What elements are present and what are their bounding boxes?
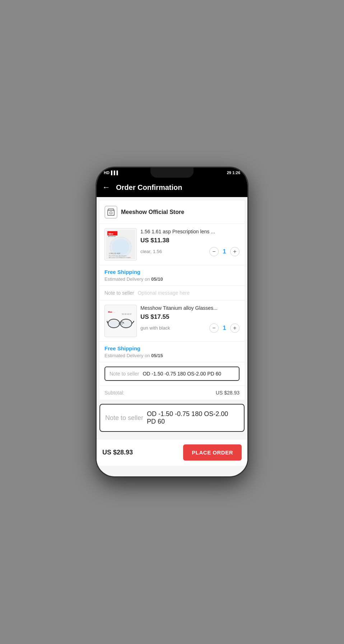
- product-item-1: Mee MEESHOW 1.56/1.61 ASP Anti-Reflectiv…: [99, 224, 245, 265]
- store-name: Meeshow Official Store: [121, 209, 184, 215]
- product-variant-row-1: clear, 1.56 − 1 +: [140, 247, 240, 256]
- footer-total: US $28.93: [102, 449, 133, 456]
- qty-control-1: − 1 +: [209, 247, 240, 256]
- bottom-note-label: Note to seller: [105, 414, 143, 422]
- delivery-text-1: Estimated Delivery on 05/10: [104, 276, 240, 282]
- store-header: Meeshow Official Store: [99, 201, 245, 224]
- delivery-date-2: 05/15: [151, 353, 163, 358]
- svg-point-17: [121, 323, 123, 325]
- product-info-1: 1.56 1.61 asp Prescription lens ... US $…: [140, 228, 240, 256]
- svg-text:......: ......: [112, 311, 115, 313]
- variant-text-1: clear, 1.56: [140, 249, 162, 254]
- product-item-2: Mee ......: [99, 300, 245, 342]
- screen: ← Order Confirmation Meeshow Official St…: [97, 178, 247, 476]
- svg-point-16: [118, 323, 120, 325]
- qty-decrease-1[interactable]: −: [209, 247, 219, 256]
- svg-rect-0: [108, 210, 114, 215]
- delivery-date-1: 05/10: [151, 276, 163, 282]
- status-right: 29 1:26: [227, 171, 240, 175]
- svg-text:1.56/1.61 ASP: 1.56/1.61 ASP: [109, 252, 121, 255]
- free-shipping-1: Free Shipping: [104, 269, 240, 275]
- shipping-section-2: Free Shipping Estimated Delivery on 05/1…: [99, 342, 245, 362]
- svg-text:Mee: Mee: [108, 311, 112, 313]
- svg-point-14: [108, 319, 120, 328]
- hd-indicator: HD: [104, 171, 110, 175]
- note-value-2: OD -1.50 -0.75 180 OS-2.00 PD 60: [143, 371, 221, 377]
- bottom-note-box[interactable]: Note to seller OD -1.50 -0.75 180 OS-2.0…: [99, 404, 245, 432]
- qty-control-2: − 1 +: [209, 323, 240, 333]
- spacer: [97, 435, 247, 439]
- variant-text-2: gun with black: [140, 325, 170, 331]
- note-label-1: Note to seller: [104, 290, 134, 296]
- note-input-bordered[interactable]: Note to seller OD -1.50 -0.75 180 OS-2.0…: [104, 367, 240, 381]
- product-title-2: Messhow Titanium alloy Glasses...: [140, 305, 240, 312]
- place-order-button[interactable]: PLACE ORDER: [183, 444, 242, 461]
- order-content-card: Meeshow Official Store Mee MEESHOW: [99, 201, 245, 400]
- bottom-note-value: OD -1.50 -0.75 180 OS-2.00 PD 60: [147, 410, 239, 425]
- svg-text:MR LENS FOR RIMLESS FRAME: MR LENS FOR RIMLESS FRAME: [109, 257, 131, 258]
- app-header: ← Order Confirmation: [97, 178, 247, 197]
- page-title: Order Confirmation: [116, 183, 182, 192]
- status-left: HD ▌▌▌: [104, 171, 119, 175]
- qty-increase-1[interactable]: +: [230, 247, 240, 256]
- subtotal-row: Subtotal: US $28.93: [99, 386, 245, 400]
- svg-text:Mee: Mee: [108, 233, 113, 235]
- subtotal-value: US $28.93: [216, 390, 240, 396]
- note-section-1[interactable]: Note to seller Optional message here: [99, 286, 245, 300]
- status-bar: HD ▌▌▌ 29 1:26: [97, 168, 247, 178]
- product-variant-row-2: gun with black − 1 +: [140, 323, 240, 333]
- note-placeholder-1: Optional message here: [138, 290, 190, 296]
- product-price-1: US $11.38: [140, 237, 240, 244]
- subtotal-label: Subtotal:: [104, 390, 124, 396]
- phone-shell: HD ▌▌▌ 29 1:26 ← Order Confirmation: [97, 168, 247, 476]
- qty-increase-2[interactable]: +: [230, 323, 240, 333]
- footer: US $28.93 PLACE ORDER: [97, 439, 247, 466]
- shipping-section-1: Free Shipping Estimated Delivery on 05/1…: [99, 265, 245, 286]
- store-icon: [104, 206, 117, 219]
- product-title-1: 1.56 1.61 asp Prescription lens ...: [140, 228, 240, 235]
- signal-icon: ▌▌▌: [111, 171, 119, 175]
- product-price-2: US $17.55: [140, 313, 240, 321]
- back-button[interactable]: ←: [102, 183, 110, 192]
- battery-time: 29 1:26: [227, 171, 240, 175]
- qty-decrease-2[interactable]: −: [209, 323, 219, 333]
- svg-text:SS 18  140 47: SS 18 140 47: [122, 313, 132, 315]
- product-info-2: Messhow Titanium alloy Glasses... US $17…: [140, 305, 240, 333]
- note-section-2[interactable]: Note to seller OD -1.50 -0.75 180 OS-2.0…: [99, 362, 245, 386]
- delivery-text-2: Estimated Delivery on 05/15: [104, 353, 240, 358]
- product-image-2: Mee ......: [104, 305, 137, 337]
- svg-rect-1: [110, 212, 112, 214]
- qty-value-1: 1: [222, 248, 227, 255]
- qty-value-2: 1: [222, 325, 227, 331]
- svg-text:MEESHOW: MEESHOW: [108, 235, 116, 237]
- free-shipping-2: Free Shipping: [104, 345, 240, 351]
- note-label-2: Note to seller: [110, 371, 139, 377]
- product-image-1: Mee MEESHOW 1.56/1.61 ASP Anti-Reflectiv…: [104, 228, 137, 261]
